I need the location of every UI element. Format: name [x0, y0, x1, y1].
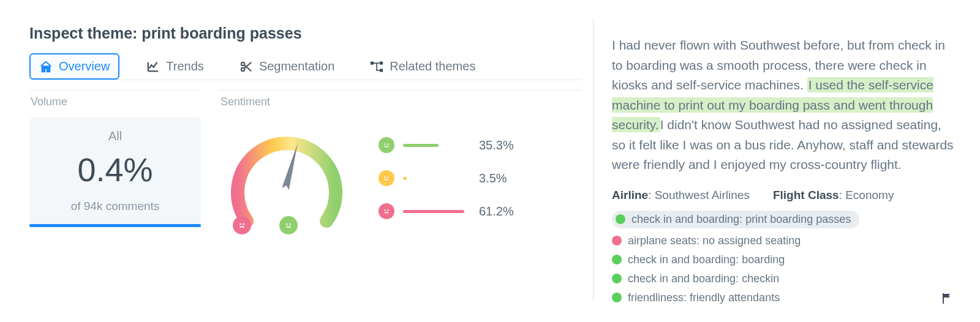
gauge-face-negative-icon [233, 216, 251, 234]
volume-card[interactable]: All 0.4% of 94k comments [29, 117, 201, 225]
svg-point-11 [388, 144, 388, 144]
legend-neutral: 3.5% [379, 170, 522, 186]
svg-point-0 [241, 62, 244, 65]
sentiment-row: 35.3% 3.5% [219, 117, 581, 239]
related-icon [370, 60, 383, 73]
svg-point-10 [385, 144, 385, 144]
tab-overview[interactable]: Overview [29, 53, 119, 80]
volume-value: 0.4% [36, 151, 195, 189]
tab-related-themes-label: Related themes [390, 59, 475, 73]
svg-point-7 [243, 224, 244, 225]
legend-neutral-bar [403, 177, 407, 180]
meta-flight-class: Flight Class: Economy [773, 189, 894, 202]
legend-positive: 35.3% [379, 137, 522, 153]
gauge-face-positive-icon [279, 216, 298, 234]
legend-negative-bar [403, 210, 464, 213]
right-column: I had never flown with Southwest before,… [612, 18, 956, 310]
legend-positive-bar [403, 144, 439, 147]
tag-label: check in and boarding: checkin [628, 272, 779, 285]
tab-trends-label: Trends [166, 59, 204, 73]
sentiment-panel: Sentiment [219, 90, 581, 239]
svg-point-6 [240, 224, 241, 225]
tag-item[interactable]: check in and boarding: boarding [612, 253, 956, 266]
sentiment-section-label: Sentiment [221, 95, 581, 108]
svg-point-9 [290, 224, 290, 225]
page-root: Inspect theme: print boarding passes Ove… [0, 0, 980, 322]
volume-panel: Volume All 0.4% of 94k comments [29, 90, 201, 239]
page-title: Inspect theme: print boarding passes [29, 24, 581, 42]
comment-text: I had never flown with Southwest before,… [612, 36, 956, 175]
volume-of-label: of 94k comments [36, 200, 195, 213]
vertical-divider [593, 18, 594, 300]
tag-dot-icon [616, 214, 625, 224]
volume-section-label: Volume [31, 95, 201, 108]
tab-trends[interactable]: Trends [138, 54, 213, 78]
tag-dot-icon [612, 274, 622, 283]
sentiment-gauge [219, 117, 354, 239]
tag-label: check in and boarding: print boarding pa… [631, 213, 851, 226]
svg-point-14 [385, 210, 385, 211]
tag-item[interactable]: friendliness: friendly attendants [612, 291, 956, 304]
volume-all-label: All [36, 129, 195, 143]
tag-label: airplane seats: no assigned seating [628, 234, 801, 247]
legend-positive-value: 35.3% [479, 138, 522, 152]
flag-icon[interactable] [941, 292, 953, 304]
smile-icon [379, 137, 394, 153]
legend-neutral-value: 3.5% [479, 171, 522, 185]
panels-row: Volume All 0.4% of 94k comments Sentimen… [29, 88, 581, 239]
tab-bar: Overview Trends Segmentation Related the… [29, 53, 581, 80]
tag-dot-icon [612, 236, 622, 245]
tag-primary[interactable]: check in and boarding: print boarding pa… [612, 211, 859, 228]
tag-dot-icon [612, 255, 622, 264]
tab-overview-label: Overview [59, 59, 110, 73]
svg-point-15 [388, 210, 388, 211]
chart-line-icon [146, 60, 160, 73]
tab-segmentation-label: Segmentation [259, 59, 334, 73]
scissors-icon [239, 60, 253, 73]
left-column: Inspect theme: print boarding passes Ove… [29, 18, 581, 310]
svg-point-8 [287, 224, 287, 225]
volume-underline [29, 224, 201, 227]
tag-label: check in and boarding: boarding [628, 253, 785, 266]
frown-icon [379, 203, 394, 219]
legend-negative: 61.2% [379, 203, 522, 219]
tag-label: friendliness: friendly attendants [628, 291, 780, 304]
svg-point-13 [388, 177, 388, 178]
tag-item[interactable]: check in and boarding: checkin [612, 272, 956, 285]
tag-dot-icon [612, 293, 622, 302]
sentiment-legend: 35.3% 3.5% [379, 137, 522, 219]
home-icon [39, 60, 53, 73]
svg-point-12 [385, 177, 385, 178]
tag-list: check in and boarding: print boarding pa… [612, 211, 956, 304]
comment-post: I didn't know Southwest had no assigned … [612, 118, 954, 171]
tag-item[interactable]: airplane seats: no assigned seating [612, 234, 956, 247]
svg-point-1 [241, 67, 244, 70]
comment-meta: Airline: Southwest Airlines Flight Class… [612, 189, 956, 202]
neutral-face-icon [379, 170, 394, 186]
svg-rect-4 [380, 69, 383, 72]
meta-airline: Airline: Southwest Airlines [612, 189, 750, 202]
svg-rect-3 [380, 61, 383, 64]
legend-negative-value: 61.2% [479, 204, 522, 219]
tab-related-themes[interactable]: Related themes [361, 54, 484, 78]
svg-rect-2 [371, 61, 374, 64]
tab-segmentation[interactable]: Segmentation [231, 54, 343, 78]
